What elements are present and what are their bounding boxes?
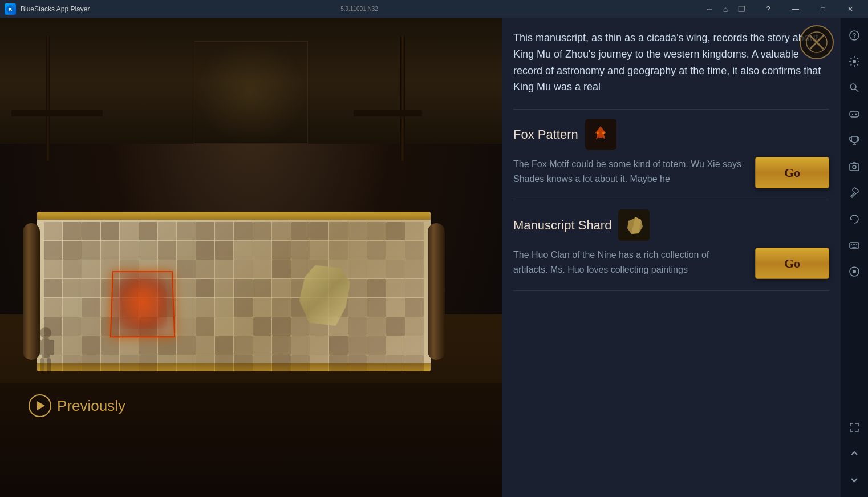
svg-rect-30 (850, 164, 859, 171)
divider-2 (513, 200, 829, 200)
settings-icon-btn[interactable] (842, 49, 867, 74)
title-bar: B BlueStacks App Player 5.9.11001 N32 ← … (0, 0, 868, 18)
manuscript-shard-content: The Huo Clan of the Nine has a rich coll… (513, 248, 829, 279)
svg-line-23 (855, 89, 858, 92)
bench-right (400, 35, 405, 161)
svg-point-22 (850, 84, 856, 90)
divider-3 (513, 290, 829, 291)
manuscript-shard-icon (618, 209, 650, 241)
fox-pattern-title: Fox Pattern (513, 127, 578, 142)
rotate-icon-btn[interactable] (842, 207, 867, 232)
keyboard-icon-btn[interactable] (842, 233, 867, 258)
scroll-container (29, 195, 439, 389)
expand-icon-btn[interactable] (842, 415, 867, 440)
manuscript-shard-section: Manuscript Shard The Huo Clan of the Nin… (513, 209, 829, 279)
scroll-paper (37, 212, 431, 371)
svg-point-14 (602, 132, 605, 134)
emblem (800, 25, 834, 59)
record-icon-btn[interactable] (842, 259, 867, 284)
scroll-up-btn[interactable] (842, 441, 867, 466)
svg-rect-7 (47, 358, 51, 373)
maximize-button[interactable]: □ (810, 0, 836, 18)
svg-point-21 (853, 60, 856, 63)
manuscript-shard-header: Manuscript Shard (513, 209, 829, 241)
app-version: 5.9.11001 N32 (340, 6, 378, 12)
content-area[interactable]: This manuscript, as thin as a cicada's w… (502, 18, 841, 497)
sidebar-right: ? (841, 18, 868, 497)
svg-rect-6 (40, 358, 44, 373)
search-icon-btn[interactable] (842, 75, 867, 100)
play-triangle-icon (37, 401, 45, 410)
minimize-button[interactable]: — (782, 0, 809, 18)
back-button[interactable]: ← (703, 3, 716, 15)
background-window (194, 41, 308, 144)
help-button[interactable]: ? (755, 0, 781, 18)
game-background: Previously (0, 18, 502, 497)
far-bench-right (354, 110, 422, 116)
scroll-roller-left (23, 223, 40, 360)
close-button[interactable]: ✕ (837, 0, 863, 18)
gamepad-icon-btn[interactable] (842, 102, 867, 127)
svg-rect-3 (42, 338, 50, 358)
svg-text:?: ? (853, 32, 857, 39)
description-text: This manuscript, as thin as a cicada's w… (513, 30, 829, 95)
home-button[interactable]: ⌂ (719, 3, 732, 15)
scroll-roller-right (428, 223, 445, 360)
help-icon-btn[interactable]: ? (842, 23, 867, 48)
svg-rect-24 (850, 111, 859, 117)
fox-pattern-section: Fox Pattern The Fox Motif could be s (513, 119, 829, 188)
svg-point-2 (40, 327, 51, 338)
fox-pattern-header: Fox Pattern (513, 119, 829, 150)
app-title: BlueStacks App Player (21, 5, 336, 13)
svg-text:B: B (9, 7, 13, 13)
far-bench-left (11, 110, 103, 116)
svg-point-13 (597, 132, 599, 134)
previously-label: Previously (57, 397, 125, 415)
bench-left (46, 35, 50, 161)
right-panel: This manuscript, as thin as a cicada's w… (502, 18, 868, 497)
divider-1 (513, 109, 829, 110)
camera-icon-btn[interactable] (842, 154, 867, 179)
game-viewport[interactable]: Previously (0, 18, 502, 497)
title-nav: ← ⌂ ❐ (703, 3, 748, 15)
manuscript-shard-title: Manuscript Shard (513, 218, 611, 233)
wrench-icon-btn[interactable] (842, 180, 867, 205)
svg-point-27 (855, 114, 857, 115)
fox-pattern-content: The Fox Motif could be some kind of tote… (513, 157, 829, 188)
app-logo: B (5, 3, 16, 15)
fox-pattern-glow (110, 271, 175, 337)
fox-pattern-description: The Fox Motif could be some kind of tote… (513, 157, 746, 186)
trophy-icon-btn[interactable] (842, 128, 867, 153)
fox-pattern-icon (585, 119, 616, 150)
window-controls: ? — □ ✕ (755, 0, 863, 18)
svg-point-31 (853, 165, 856, 169)
previously-button[interactable]: Previously (29, 394, 125, 417)
scroll-down-btn[interactable] (842, 467, 867, 492)
fox-pattern-go-button[interactable]: Go (755, 157, 829, 188)
manuscript-shard-description: The Huo Clan of the Nine has a rich coll… (513, 248, 746, 277)
svg-point-39 (853, 270, 856, 273)
svg-rect-5 (50, 340, 54, 355)
play-circle-icon (29, 394, 51, 417)
duplicate-button[interactable]: ❐ (735, 3, 748, 15)
manuscript-shard-go-button[interactable]: Go (755, 248, 829, 279)
manuscript-text (44, 222, 424, 361)
main-area: Previously This manuscript, as thin as a… (0, 18, 868, 497)
emblem-circle (800, 25, 834, 59)
